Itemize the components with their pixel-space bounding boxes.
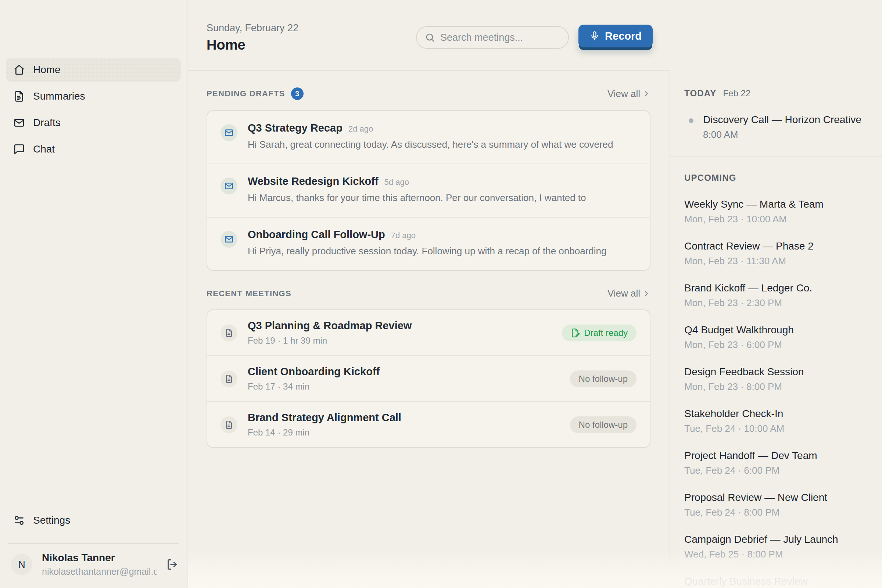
sidebar-item-drafts[interactable]: Drafts (6, 111, 181, 135)
upcoming-event-title: Quarterly Business Review (684, 576, 867, 587)
file-pen-icon (571, 328, 580, 338)
upcoming-event-title: Q4 Budget Walkthrough (684, 324, 867, 336)
draft-list-item[interactable]: Onboarding Call Follow-Up 7d ago Hi Priy… (207, 217, 650, 270)
status-badge-label: Draft ready (584, 328, 628, 338)
main-content: PENDING DRAFTS 3 View all Q3 Strategy (188, 87, 670, 448)
pending-drafts-title: PENDING DRAFTS (207, 89, 285, 99)
sidebar-item-label: Home (33, 64, 61, 76)
upcoming-event-item[interactable]: Project Handoff — Dev Team Tue, Feb 24 ·… (684, 450, 867, 476)
summaries-icon (13, 90, 25, 102)
upcoming-event-time: Mon, Feb 23 · 10:00 AM (684, 213, 867, 225)
upcoming-event-title: Brand Kickoff — Ledger Co. (684, 282, 867, 294)
agenda-panel: TODAY Feb 22 Discovery Call — Horizon Cr… (670, 70, 882, 588)
meeting-content: Brand Strategy Alignment Call Feb 14 · 2… (248, 412, 560, 438)
draft-content: Onboarding Call Follow-Up 7d ago Hi Priy… (248, 229, 607, 257)
meeting-content: Q3 Planning & Roadmap Review Feb 19 · 1 … (248, 320, 552, 346)
upcoming-event-item[interactable]: Contract Review — Phase 2 Mon, Feb 23 · … (684, 240, 867, 267)
sidebar-item-summaries[interactable]: Summaries (6, 84, 181, 108)
sidebar-item-label: Settings (33, 514, 70, 526)
draft-content: Q3 Strategy Recap 2d ago Hi Sarah, great… (248, 122, 613, 150)
record-label: Record (605, 30, 642, 42)
upcoming-event-title: Stakeholder Check-In (684, 408, 867, 420)
upcoming-event-item[interactable]: Q4 Budget Walkthrough Mon, Feb 23 · 6:00… (684, 324, 867, 351)
sidebar-item-settings[interactable]: Settings (6, 508, 181, 532)
meeting-list-item[interactable]: Q3 Planning & Roadmap Review Feb 19 · 1 … (207, 310, 650, 356)
pending-drafts-count-badge: 3 (291, 87, 303, 100)
today-title: TODAY (684, 88, 716, 99)
upcoming-event-title: Campaign Debrief — July Launch (684, 534, 867, 545)
event-dot-icon (689, 118, 693, 123)
draft-list-item[interactable]: Q3 Strategy Recap 2d ago Hi Sarah, great… (207, 111, 650, 164)
header-titles: Sunday, February 22 Home (207, 22, 298, 53)
draft-content: Website Redesign Kickoff 5d ago Hi Marcu… (248, 175, 586, 204)
meeting-list-item[interactable]: Brand Strategy Alignment Call Feb 14 · 2… (207, 401, 650, 447)
today-event[interactable]: Discovery Call — Horizon Creative 8:00 A… (684, 114, 867, 140)
draft-list-item[interactable]: Website Redesign Kickoff 5d ago Hi Marcu… (207, 164, 650, 217)
upcoming-event-item[interactable]: Design Feedback Session Mon, Feb 23 · 8:… (684, 366, 867, 393)
upcoming-header: UPCOMING (684, 173, 867, 183)
search-box[interactable] (416, 26, 569, 49)
draft-mail-icon (220, 124, 237, 141)
status-badge-label: No follow-up (579, 420, 628, 430)
meeting-document-icon (220, 370, 237, 387)
upcoming-event-title: Project Handoff — Dev Team (684, 450, 867, 462)
draft-title: Onboarding Call Follow-Up (248, 229, 385, 241)
sidebar-divider (8, 543, 178, 544)
status-badge: Draft ready (562, 324, 636, 341)
upcoming-event-time: Tue, Feb 24 · 8:00 PM (684, 507, 867, 518)
chat-icon (13, 143, 25, 155)
sidebar-item-home[interactable]: Home (6, 58, 181, 82)
draft-mail-icon (220, 177, 237, 194)
sidebar-item-chat[interactable]: Chat (6, 138, 181, 161)
upcoming-event-item[interactable]: Quarterly Business Review Thu, Feb 26 · … (684, 576, 867, 588)
meeting-content: Client Onboarding Kickoff Feb 17 · 34 mi… (248, 366, 560, 392)
upcoming-event-title: Weekly Sync — Marta & Team (684, 198, 867, 210)
upcoming-event-time: Mon, Feb 23 · 11:30 AM (684, 255, 867, 267)
search-input[interactable] (440, 32, 564, 44)
event-time: 8:00 AM (703, 129, 861, 140)
upcoming-event-time: Mon, Feb 23 · 6:00 PM (684, 339, 867, 351)
recent-meetings-view-all[interactable]: View all (608, 288, 651, 299)
meeting-list-item[interactable]: Client Onboarding Kickoff Feb 17 · 34 mi… (207, 356, 650, 401)
pending-drafts-view-all[interactable]: View all (608, 88, 651, 100)
upcoming-title: UPCOMING (684, 173, 736, 183)
upcoming-event-item[interactable]: Campaign Debrief — July Launch Wed, Feb … (684, 534, 867, 560)
draft-preview: Hi Sarah, great connecting today. As dis… (248, 139, 613, 150)
upcoming-event-time: Wed, Feb 25 · 8:00 PM (684, 549, 867, 560)
record-button[interactable]: Record (579, 25, 652, 47)
recent-meetings-card: Q3 Planning & Roadmap Review Feb 19 · 1 … (207, 309, 651, 448)
upcoming-event-time: Tue, Feb 24 · 6:00 PM (684, 465, 867, 476)
meeting-title: Q3 Planning & Roadmap Review (248, 320, 552, 332)
meeting-meta: Feb 14 · 29 min (248, 428, 560, 438)
upcoming-event-item[interactable]: Stakeholder Check-In Tue, Feb 24 · 10:00… (684, 408, 867, 434)
sidebar-spacer (6, 164, 181, 508)
upcoming-event-time: Mon, Feb 23 · 8:00 PM (684, 381, 867, 393)
pending-drafts-header: PENDING DRAFTS 3 View all (207, 87, 651, 100)
draft-time-ago: 5d ago (384, 177, 409, 187)
upcoming-event-item[interactable]: Weekly Sync — Marta & Team Mon, Feb 23 ·… (684, 198, 867, 225)
profile-email: nikolasethantanner@gmail.com (42, 566, 156, 577)
upcoming-event-item[interactable]: Brand Kickoff — Ledger Co. Mon, Feb 23 ·… (684, 282, 867, 309)
meeting-meta: Feb 17 · 34 min (248, 381, 560, 392)
sidebar-nav: Home Summaries Drafts Chat (6, 58, 181, 164)
sidebar-item-label: Chat (33, 143, 55, 155)
profile-name: Nikolas Tanner (42, 552, 156, 564)
upcoming-event-title: Contract Review — Phase 2 (684, 240, 867, 252)
pending-drafts-card: Q3 Strategy Recap 2d ago Hi Sarah, great… (207, 110, 651, 271)
header-actions: Record (416, 25, 652, 50)
today-section: TODAY Feb 22 Discovery Call — Horizon Cr… (670, 70, 882, 156)
chevron-right-icon (642, 290, 651, 298)
meeting-title: Brand Strategy Alignment Call (248, 412, 560, 424)
profile-info: Nikolas Tanner nikolasethantanner@gmail.… (42, 552, 156, 577)
avatar: N (11, 554, 32, 575)
upcoming-section: UPCOMING Weekly Sync — Marta & Team Mon,… (670, 156, 882, 588)
main-column: Sunday, February 22 Home Record PENDING … (188, 0, 670, 588)
user-profile[interactable]: N Nikolas Tanner nikolasethantanner@gmai… (6, 552, 181, 577)
draft-title: Website Redesign Kickoff (248, 175, 378, 188)
logout-button[interactable] (166, 558, 178, 571)
status-badge-label: No follow-up (579, 374, 628, 384)
upcoming-list: Weekly Sync — Marta & Team Mon, Feb 23 ·… (684, 198, 867, 588)
upcoming-event-item[interactable]: Proposal Review — New Client Tue, Feb 24… (684, 492, 867, 518)
upcoming-event-time: Mon, Feb 23 · 2:30 PM (684, 297, 867, 309)
logout-icon (166, 558, 178, 571)
